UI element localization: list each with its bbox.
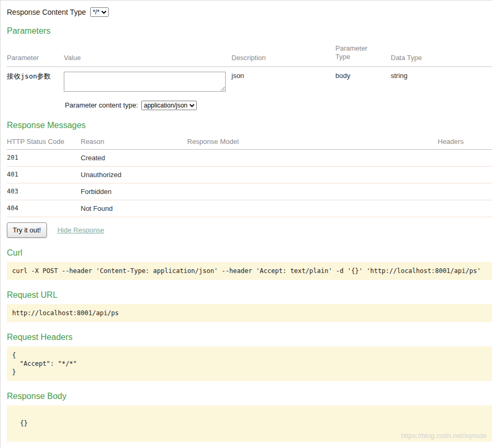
status-code: 404 (7, 200, 81, 217)
request-url-heading: Request URL (7, 290, 492, 300)
col-response-model: Response Model (187, 134, 438, 150)
headers-cell (438, 149, 492, 166)
parameter-row: 接收json参数 json body string (7, 66, 492, 96)
request-headers-heading: Request Headers (7, 333, 492, 342)
table-row: 401 Unauthorized (7, 166, 492, 183)
response-body-value: {} (7, 405, 492, 441)
col-headers: Headers (438, 134, 492, 150)
hide-response-link[interactable]: Hide Response (57, 226, 104, 234)
response-messages-heading: Response Messages (7, 121, 492, 130)
status-code: 403 (7, 183, 81, 200)
response-model (187, 149, 438, 166)
col-value: Value (64, 40, 231, 66)
response-model (187, 200, 438, 217)
response-content-type-row: Response Content Type */* (7, 7, 492, 17)
reason: Not Found (81, 200, 187, 217)
reason: Forbidden (81, 183, 187, 200)
parameter-description: json (231, 66, 335, 96)
table-row: 403 Forbidden (7, 183, 492, 200)
headers-cell (438, 200, 492, 217)
table-row: 404 Not Found (7, 200, 492, 217)
col-data-type: Data Type (391, 40, 492, 66)
parameters-heading: Parameters (7, 26, 492, 36)
response-messages-header-row: HTTP Status Code Reason Response Model H… (7, 134, 492, 150)
response-content-type-select[interactable]: */* (90, 7, 109, 17)
parameter-type: body (335, 66, 391, 96)
response-messages-table: HTTP Status Code Reason Response Model H… (7, 134, 492, 217)
request-headers-value: { "Accept": "*/*" } (7, 346, 492, 382)
col-reason: Reason (81, 134, 187, 150)
parameter-value-cell (64, 66, 231, 96)
parameter-content-type-select[interactable]: application/json (141, 101, 197, 110)
swagger-operation-panel: Response Content Type */* Parameters Par… (0, 0, 492, 448)
reason: Created (81, 149, 187, 166)
parameter-name: 接收json参数 (7, 66, 64, 96)
parameters-table: Parameter Value Description Parameter Ty… (7, 40, 492, 96)
col-http-status-code: HTTP Status Code (7, 134, 81, 150)
parameters-header-row: Parameter Value Description Parameter Ty… (7, 40, 492, 66)
col-parameter: Parameter (7, 40, 64, 66)
response-content-type-label: Response Content Type (7, 8, 86, 16)
headers-cell (438, 183, 492, 200)
status-code: 401 (7, 166, 81, 183)
col-description: Description (231, 40, 335, 66)
parameter-data-type: string (391, 66, 492, 96)
reason: Unauthorized (81, 166, 187, 183)
curl-command: curl -X POST --header 'Content-Type: app… (7, 262, 492, 280)
parameter-content-type-row: Parameter content type: application/json (65, 101, 492, 110)
parameter-content-type-label: Parameter content type: (65, 101, 138, 109)
response-model (187, 166, 438, 183)
response-model (187, 183, 438, 200)
try-it-out-button[interactable]: Try it out! (7, 222, 47, 238)
col-parameter-type: Parameter Type (335, 40, 391, 66)
action-row: Try it out! Hide Response (7, 222, 492, 238)
param-value-textarea[interactable] (64, 72, 226, 92)
headers-cell (438, 166, 492, 183)
response-body-heading: Response Body (7, 392, 492, 401)
table-row: 201 Created (7, 149, 492, 166)
curl-heading: Curl (7, 248, 492, 258)
status-code: 201 (7, 149, 81, 166)
request-url-value: http://localhost:8001/api/ps (7, 304, 492, 322)
